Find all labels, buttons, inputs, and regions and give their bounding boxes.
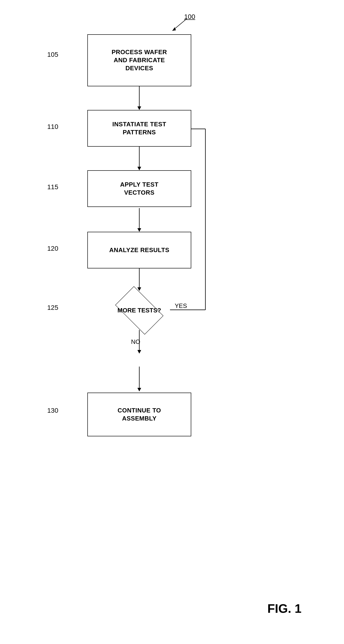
step-120-label: 120 bbox=[47, 245, 58, 252]
svg-marker-15 bbox=[137, 350, 141, 354]
step-115-box: APPLY TESTVECTORS bbox=[87, 170, 191, 207]
step-130-box: CONTINUE TOASSEMBLY bbox=[87, 392, 191, 436]
step-110-box: INSTATIATE TESTPATTERNS bbox=[87, 110, 191, 147]
svg-line-0 bbox=[172, 19, 186, 31]
step-110-text: INSTATIATE TESTPATTERNS bbox=[112, 120, 167, 136]
flow-arrows bbox=[0, 0, 344, 644]
flowchart-diagram: 100 PROCESS WAFERAND F bbox=[0, 0, 344, 644]
step-105-label: 105 bbox=[47, 51, 58, 58]
svg-marker-7 bbox=[137, 228, 141, 232]
step-115-text: APPLY TESTVECTORS bbox=[120, 181, 159, 197]
yes-label: YES bbox=[175, 302, 187, 310]
svg-marker-17 bbox=[137, 388, 141, 392]
step-130-text: CONTINUE TOASSEMBLY bbox=[118, 406, 161, 423]
fig-label: FIG. 1 bbox=[268, 602, 302, 616]
step-125-text: MORE TESTS? bbox=[118, 307, 161, 314]
no-label: NO bbox=[131, 338, 140, 346]
step-120-box: ANALYZE RESULTS bbox=[87, 232, 191, 268]
step-125-label: 125 bbox=[47, 304, 58, 312]
step-120-text: ANALYZE RESULTS bbox=[109, 246, 170, 254]
step-115-label: 115 bbox=[47, 183, 58, 191]
step-125-diamond: MORE TESTS? bbox=[109, 291, 170, 330]
svg-marker-1 bbox=[172, 27, 176, 31]
step-110-label: 110 bbox=[47, 123, 58, 130]
svg-marker-5 bbox=[137, 167, 141, 170]
step-130-label: 130 bbox=[47, 407, 58, 414]
step-105-box: PROCESS WAFERAND FABRICATEDEVICES bbox=[87, 34, 191, 86]
step-105-text: PROCESS WAFERAND FABRICATEDEVICES bbox=[112, 48, 167, 72]
svg-marker-3 bbox=[137, 106, 141, 110]
ref-number: 100 bbox=[184, 13, 195, 20]
